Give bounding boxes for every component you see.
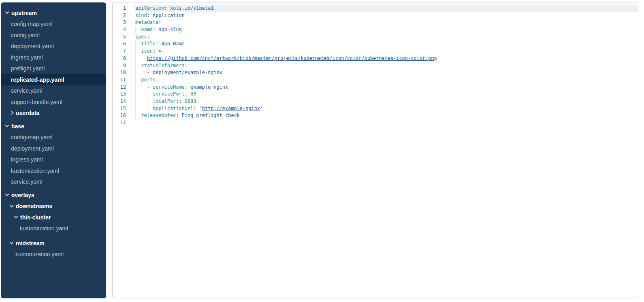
- indent-guide: [141, 105, 147, 113]
- line-number: 4: [113, 26, 135, 34]
- code-line-content: name: app-slug: [135, 26, 639, 34]
- indent-guide: [141, 55, 147, 62]
- code-token: App Name: [161, 41, 184, 47]
- tree-item-this-cluster[interactable]: this-cluster: [1, 212, 106, 223]
- tree-file-label: config-map.yaml: [11, 21, 53, 27]
- tree-item-kustomization-yaml[interactable]: kustomization.yaml: [1, 165, 106, 177]
- tree-file-label: support-bundle.yaml: [11, 99, 62, 105]
- code-editor[interactable]: 1apiVersion: kots.io/v1beta12kind: Appli…: [112, 2, 639, 298]
- tree-folder-label: base: [11, 123, 24, 130]
- indent-guide: [147, 91, 153, 98]
- tree-item-midstream[interactable]: midstream: [1, 238, 106, 249]
- line-number: 12: [113, 84, 135, 91]
- tree-file-label: ingress.yaml: [11, 54, 43, 61]
- tree-item-ingress-yaml[interactable]: ingress.yaml: [1, 154, 106, 166]
- tree-item-preflight-yaml[interactable]: preflight.yaml: [1, 63, 106, 74]
- code-line: 1apiVersion: kots.io/v1beta1: [113, 5, 639, 12]
- code-line: 12- serviceName: example-nginx: [113, 84, 639, 91]
- code-line-content: - serviceName: example-nginx: [135, 84, 639, 91]
- editor-scrollbar[interactable]: [635, 2, 639, 298]
- code-token: servicePort: [153, 91, 185, 97]
- line-number: 11: [113, 77, 135, 84]
- code-line-content: https://github.com/cncf/artwork/blob/mas…: [135, 55, 639, 62]
- url-link[interactable]: http://example-nginx: [202, 106, 260, 111]
- line-number: 14: [113, 98, 135, 105]
- code-token: :: [185, 91, 190, 97]
- code-line-content: [135, 119, 639, 127]
- tree-item-config-map-yaml[interactable]: config-map.yaml: [1, 19, 106, 30]
- tree-item-upstream[interactable]: upstream: [1, 7, 106, 19]
- tree-file-label: kustomization.yaml: [15, 251, 64, 257]
- tree-file-label: kustomization.yaml: [20, 225, 68, 232]
- line-number: 9: [113, 62, 135, 70]
- tree-item-userdata[interactable]: userdata: [1, 108, 106, 119]
- code-token: icon: [141, 48, 153, 54]
- tree-item-overlays[interactable]: overlays: [1, 189, 106, 201]
- code-line-content: apiVersion: kots.io/v1beta1: [135, 5, 639, 12]
- tree-item-kustomization-yaml[interactable]: kustomization.yaml: [1, 223, 106, 234]
- tree-item-config-yaml[interactable]: config.yaml: [1, 30, 106, 41]
- tree-item-service-yaml[interactable]: service.yaml: [1, 85, 106, 97]
- chevron-down-icon: [10, 240, 14, 245]
- tree-item-support-bundle-yaml[interactable]: support-bundle.yaml: [1, 96, 106, 108]
- code-token: :: [176, 113, 181, 118]
- code-line: 17: [113, 119, 639, 127]
- code-token: localPort: [153, 98, 179, 104]
- code-token: Application: [153, 13, 185, 18]
- code-token: :: [164, 5, 170, 11]
- code-line: 11ports:: [113, 77, 639, 84]
- tree-item-replicated-app-yaml[interactable]: replicated-app.yaml: [1, 74, 106, 85]
- tree-folder-label: upstream: [11, 10, 37, 16]
- code-line: 13servicePort: 80: [113, 91, 639, 98]
- code-token: 80: [190, 91, 196, 97]
- chevron-down-icon: [14, 215, 18, 219]
- tree-item-kustomization-yaml[interactable]: kustomization.yaml: [1, 249, 106, 260]
- indent-guide: [135, 112, 141, 119]
- line-number: 1: [113, 5, 135, 12]
- code-token: ': [199, 106, 202, 111]
- tree-item-ingress-yaml[interactable]: ingress.yaml: [1, 52, 106, 63]
- tree-folder-label: downstreams: [16, 203, 52, 209]
- code-token: :: [185, 84, 190, 90]
- code-token: Ping preflight check: [182, 113, 240, 118]
- line-number: 5: [113, 34, 135, 41]
- code-token: example-nginx: [190, 84, 228, 90]
- tree-folder-label: this-cluster: [20, 214, 51, 221]
- file-tree-editor-view: upstreamconfig-map.yamlconfig.yamldeploy…: [0, 0, 644, 302]
- code-line-content: spec:: [135, 34, 639, 41]
- code-token: : >-: [153, 48, 164, 54]
- tree-item-base[interactable]: base: [1, 121, 106, 132]
- line-number: 13: [113, 91, 135, 98]
- code-line: 2kind: Application: [113, 12, 639, 19]
- tree-file-label: service.yaml: [11, 87, 43, 94]
- tree-file-label: config-map.yaml: [11, 134, 53, 140]
- chevron-down-icon: [10, 203, 14, 207]
- tree-item-config-map-yaml[interactable]: config-map.yaml: [1, 132, 106, 143]
- code-token: title: [141, 41, 156, 47]
- tree-item-deployment-yaml[interactable]: deployment.yaml: [1, 143, 106, 154]
- code-token: applicationUrl: [153, 106, 193, 111]
- code-token: name: [141, 27, 153, 32]
- url-link[interactable]: https://github.com/cncf/artwork/blob/mas…: [147, 55, 437, 61]
- code-token: kind: [135, 13, 147, 18]
- line-number: 3: [113, 19, 135, 26]
- code-token: :: [156, 41, 161, 47]
- tree-file-label: deployment.yaml: [11, 43, 54, 49]
- chevron-down-icon: [5, 10, 9, 14]
- code-line: 8https://github.com/cncf/artwork/blob/ma…: [113, 55, 639, 62]
- code-line: 4name: app-slug: [113, 26, 639, 34]
- tree-file-label: replicated-app.yaml: [11, 77, 64, 83]
- tree-item-deployment-yaml[interactable]: deployment.yaml: [1, 41, 106, 52]
- code-token: :: [147, 34, 150, 40]
- tree-item-service-yaml[interactable]: service.yaml: [1, 177, 106, 188]
- code-editor-lines: 1apiVersion: kots.io/v1beta12kind: Appli…: [113, 5, 639, 127]
- indent-guide: [135, 40, 141, 48]
- file-tree-sidebar: upstreamconfig-map.yamlconfig.yamldeploy…: [1, 2, 106, 298]
- code-line-content: servicePort: 80: [135, 91, 639, 98]
- code-token: 8888: [185, 98, 196, 104]
- code-token: statusInformers: [141, 63, 184, 68]
- code-token: app-slug: [158, 27, 181, 32]
- code-line: 7icon: >-: [113, 48, 639, 55]
- indent-guide: [135, 55, 141, 62]
- tree-item-downstreams[interactable]: downstreams: [1, 201, 106, 212]
